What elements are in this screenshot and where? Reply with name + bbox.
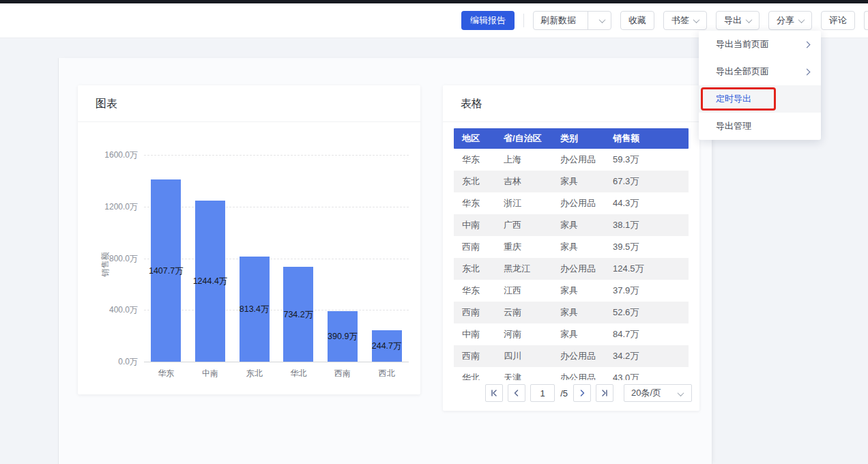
table-cell: 家具 <box>552 285 605 297</box>
table-cell: 38.1万 <box>605 219 689 231</box>
next-page-button[interactable] <box>573 384 591 402</box>
chart-card: 图表 1600.0万1200.0万800.0万400.0万0.0万1407.7万… <box>78 85 420 394</box>
menu-item-label: 定时导出 <box>716 93 751 105</box>
table-cell: 办公用品 <box>552 197 605 209</box>
chart-card-title: 图表 <box>78 85 420 122</box>
menu-item-定时导出[interactable]: 定时导出 <box>699 85 821 113</box>
bar-value-label: 1407.7万 <box>135 265 197 276</box>
table-cell: 67.3万 <box>605 175 689 188</box>
table-cell: 办公用品 <box>552 154 605 166</box>
prev-page-button[interactable] <box>508 384 525 402</box>
y-axis-tick-label: 1600.0万 <box>78 149 138 161</box>
table-row: 华东江西家具37.9万 <box>454 280 689 302</box>
table-cell: 华东 <box>454 197 495 209</box>
bar-value-label: 244.7万 <box>356 340 418 352</box>
gridline <box>144 259 409 259</box>
refresh-dropdown-toggle[interactable] <box>593 18 611 23</box>
table-cell: 西南 <box>454 350 495 362</box>
refresh-data-label: 刷新数据 <box>534 14 583 27</box>
y-axis-tick-label: 0.0万 <box>78 356 138 368</box>
clipped-toolbar-button[interactable] <box>864 11 868 30</box>
edit-report-button[interactable]: 编辑报告 <box>461 11 515 30</box>
bar-value-label: 1244.4万 <box>179 276 241 287</box>
export-label: 导出 <box>724 14 742 27</box>
chevron-down-icon <box>693 16 700 23</box>
menu-item-导出当前页面[interactable]: 导出当前页面 <box>699 31 821 58</box>
export-button[interactable]: 导出 <box>716 11 760 30</box>
table-cell: 广西 <box>495 219 552 231</box>
y-axis-tick-label: 400.0万 <box>78 304 138 316</box>
table-cell: 华东 <box>454 285 495 297</box>
chevron-right-icon <box>804 68 811 75</box>
page-number-input[interactable] <box>530 384 555 402</box>
table-row: 西南云南家具52.6万 <box>454 302 689 323</box>
favorite-button[interactable]: 收藏 <box>620 11 654 30</box>
table-cell: 黑龙江 <box>495 263 552 275</box>
table-cell: 江西 <box>495 285 552 297</box>
table-cell: 家具 <box>552 328 605 340</box>
gridline <box>144 155 409 156</box>
menu-item-label: 导出管理 <box>716 120 751 132</box>
table-cell: 家具 <box>552 175 605 188</box>
comment-label: 评论 <box>829 14 847 27</box>
x-axis-line <box>144 362 409 362</box>
table-cell: 云南 <box>495 306 552 319</box>
table-cell: 37.9万 <box>605 285 689 297</box>
x-axis-tick-label: 西南 <box>319 368 366 379</box>
x-axis-tick-label: 东北 <box>231 368 278 379</box>
table-cell: 东北 <box>454 263 495 275</box>
table-cell: 39.5万 <box>605 241 689 253</box>
table-cell: 办公用品 <box>552 350 605 362</box>
x-axis-tick-label: 西北 <box>363 368 411 379</box>
table-row: 东北黑龙江办公用品124.5万 <box>454 258 689 280</box>
table-row: 中南河南家具84.7万 <box>454 323 689 345</box>
column-header: 省/自治区 <box>495 132 552 145</box>
refresh-data-button[interactable]: 刷新数据 <box>533 11 611 30</box>
chevron-down-icon <box>798 16 805 23</box>
table-cell: 办公用品 <box>552 372 605 380</box>
column-header: 销售额 <box>605 132 689 145</box>
table-cell: 东北 <box>454 175 495 188</box>
table-cell: 华北 <box>454 372 495 380</box>
share-label: 分享 <box>777 14 794 27</box>
table-cell: 四川 <box>495 350 552 362</box>
data-table: 地区省/自治区类别销售额 华东上海办公用品59.3万东北吉林家具67.3万华东浙… <box>454 128 689 380</box>
table-cell: 124.5万 <box>605 263 689 275</box>
table-cell: 43.0万 <box>605 372 689 380</box>
comment-button[interactable]: 评论 <box>821 11 855 30</box>
table-cell: 44.3万 <box>605 197 689 209</box>
menu-item-导出全部页面[interactable]: 导出全部页面 <box>699 58 821 85</box>
table-cell: 天津 <box>495 372 552 380</box>
table-cell: 浙江 <box>495 197 552 209</box>
page-size-select[interactable]: 20条/页 <box>624 384 692 402</box>
prev-page-icon <box>512 389 521 397</box>
y-axis-title: 销售额 <box>100 252 111 277</box>
table-cell: 上海 <box>495 154 552 166</box>
table-cell: 办公用品 <box>552 263 605 275</box>
menu-item-导出管理[interactable]: 导出管理 <box>699 113 821 140</box>
pagination-bar: /5 20条/页 <box>485 384 692 402</box>
first-page-button[interactable] <box>485 384 503 402</box>
bookmark-button[interactable]: 书签 <box>663 11 707 30</box>
table-cell: 西南 <box>454 306 495 319</box>
table-row: 东北吉林家具67.3万 <box>454 171 689 192</box>
bar-value-label: 734.2万 <box>267 308 329 320</box>
table-cell: 家具 <box>552 241 605 253</box>
table-cell: 家具 <box>552 219 605 231</box>
table-cell: 华东 <box>454 154 495 166</box>
table-body: 华东上海办公用品59.3万东北吉林家具67.3万华东浙江办公用品44.3万中南广… <box>454 149 689 380</box>
menu-item-label: 导出当前页面 <box>716 38 769 50</box>
bookmark-label: 书签 <box>671 14 689 27</box>
menu-item-label: 导出全部页面 <box>716 66 769 78</box>
table-cell: 吉林 <box>495 175 552 188</box>
table-row: 西南四川办公用品34.2万 <box>454 345 689 367</box>
column-header: 类别 <box>552 132 605 145</box>
table-card-title: 表格 <box>443 85 699 122</box>
last-page-icon <box>601 389 609 397</box>
chevron-down-icon <box>598 16 605 23</box>
last-page-button[interactable] <box>596 384 613 402</box>
dashboard-canvas: 图表 1600.0万1200.0万800.0万400.0万0.0万1407.7万… <box>58 58 712 464</box>
share-button[interactable]: 分享 <box>768 11 812 30</box>
table-row: 华东上海办公用品59.3万 <box>454 149 689 171</box>
table-row: 华北天津办公用品43.0万 <box>454 367 689 380</box>
